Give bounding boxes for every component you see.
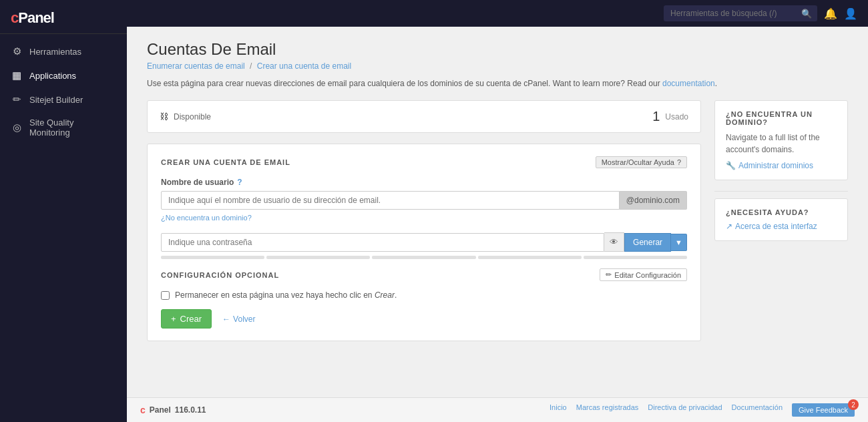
sidebar-item-label: Herramientas	[29, 47, 81, 57]
footer-inicio-link[interactable]: Inicio	[550, 403, 567, 417]
create-button[interactable]: + Crear	[161, 309, 212, 329]
username-label: Nombre de usuario ?	[161, 178, 687, 187]
sidebar-item-quality[interactable]: ◎ Site Quality Monitoring	[0, 112, 127, 144]
admin-domains-link[interactable]: 🔧 Administrar dominios	[726, 161, 837, 170]
feedback-label: Give Feedback	[799, 406, 848, 414]
topbar: 🔍 🔔 👤	[127, 0, 868, 27]
side-divider	[714, 191, 848, 192]
stay-checkbox[interactable]	[161, 291, 170, 300]
generate-dropdown-button[interactable]: ▼	[671, 234, 687, 251]
no-domain-text: Navigate to a full list of the account's…	[726, 132, 837, 156]
search-input[interactable]	[664, 5, 817, 21]
edit-config-button[interactable]: ✏ Editar Configuración	[600, 268, 687, 281]
stats-bar: ⛓ Disponible 1 Usado	[147, 100, 701, 133]
strength-seg-2	[266, 256, 370, 259]
search-wrap: 🔍	[664, 5, 817, 21]
notification-button[interactable]: 🔔	[824, 7, 837, 20]
sidebar-item-sitejet[interactable]: ✏ Sitejet Builder	[0, 87, 127, 112]
footer-marcas-link[interactable]: Marcas registradas	[576, 403, 639, 417]
cpanel-logo-text: cPanel	[11, 9, 116, 27]
strength-seg-1	[161, 256, 264, 259]
page-title: Cuentas De Email	[147, 40, 848, 59]
password-toggle-button[interactable]: 👁	[604, 232, 624, 252]
plus-icon: +	[171, 314, 176, 324]
sidebar-item-label: Sitejet Builder	[29, 95, 83, 105]
optional-section: Configuración opcional ✏ Editar Configur…	[161, 268, 687, 281]
wrench-icon: 🔧	[726, 161, 736, 170]
give-feedback-button[interactable]: Give Feedback 2	[792, 403, 855, 417]
optional-header: Configuración opcional ✏ Editar Configur…	[161, 268, 687, 281]
monitor-icon: ◎	[11, 122, 23, 134]
username-help-icon[interactable]: ?	[237, 178, 242, 187]
sidebar-nav: ⚙ Herramientas ▦ Applications ✏ Sitejet …	[0, 34, 127, 422]
strength-seg-5	[584, 256, 687, 259]
stats-used-label: Usado	[665, 112, 688, 122]
sidebar-item-label: Applications	[29, 71, 76, 81]
footer-logo: cPanel 116.0.11	[140, 405, 206, 415]
main-content: Cuentas De Email Enumerar cuentas de ema…	[127, 27, 868, 422]
footer: cPanel 116.0.11 Inicio Marcas registrada…	[127, 397, 868, 422]
username-field-row: @dominio.com	[161, 191, 687, 210]
username-input[interactable]	[161, 191, 620, 210]
checkbox-row: Permanecer en esta página una vez haya h…	[161, 290, 687, 300]
generate-button[interactable]: Generar	[624, 233, 671, 252]
footer-version: 116.0.11	[175, 405, 206, 415]
domain-select[interactable]: @dominio.com	[620, 191, 687, 210]
question-icon: ?	[677, 158, 681, 166]
action-row: + Crear ← Volver	[161, 309, 687, 329]
search-icon: 🔍	[801, 9, 812, 19]
back-link[interactable]: ← Volver	[222, 314, 255, 324]
sidebar-item-herramientas[interactable]: ⚙ Herramientas	[0, 39, 127, 63]
eye-icon: 👁	[610, 237, 618, 247]
apps-icon: ▦	[11, 69, 23, 81]
toggle-help-button[interactable]: Mostrar/Ocultar Ayuda ?	[596, 156, 687, 168]
no-domain-link[interactable]: ¿No encuentra un dominio?	[161, 214, 252, 222]
strength-bar	[161, 256, 687, 259]
help-interface-link[interactable]: ↗ Acerca de esta interfaz	[726, 222, 837, 231]
password-input[interactable]	[161, 233, 604, 252]
sidebar-item-label: Site Quality Monitoring	[29, 118, 116, 138]
chain-icon: ⛓	[160, 112, 168, 122]
breadcrumb: Enumerar cuentas de email / Crear una cu…	[147, 61, 848, 71]
help-card-title: ¿NECESITA AYUDA?	[726, 208, 837, 216]
pencil-icon: ✏	[606, 270, 612, 279]
stats-available: ⛓ Disponible	[160, 112, 211, 122]
sidebar: cPanel ⚙ Herramientas ▦ Applications ✏ S…	[0, 0, 127, 422]
no-domain-card-title: ¿NO ENCUENTRA UN DOMINIO?	[726, 110, 837, 126]
footer-documentacion-link[interactable]: Documentación	[732, 403, 783, 417]
strength-seg-3	[372, 256, 475, 259]
sidebar-logo: cPanel	[0, 0, 127, 34]
sidebar-item-applications[interactable]: ▦ Applications	[0, 63, 127, 87]
breadcrumb-link-create[interactable]: Crear una cuenta de email	[257, 61, 351, 71]
feedback-badge: 2	[848, 399, 859, 410]
checkbox-label: Permanecer en esta página una vez haya h…	[175, 290, 397, 300]
breadcrumb-link-list[interactable]: Enumerar cuentas de email	[147, 61, 245, 71]
gear-icon: ⚙	[11, 45, 23, 57]
help-card: ¿NECESITA AYUDA? ↗ Acerca de esta interf…	[714, 198, 848, 241]
documentation-link[interactable]: documentation	[662, 79, 715, 88]
external-icon: ↗	[726, 222, 732, 231]
stats-count: 1	[652, 109, 660, 124]
content-columns: ⛓ Disponible 1 Usado CREAR UNA CUENTA DE…	[147, 100, 848, 352]
create-form-card: CREAR UNA CUENTA DE EMAIL Mostrar/Oculta…	[147, 144, 701, 341]
side-panel: ¿NO ENCUENTRA UN DOMINIO? Navigate to a …	[714, 100, 848, 241]
password-field-row: 👁 Generar ▼	[161, 232, 687, 252]
edit-icon: ✏	[11, 93, 23, 106]
info-text: Use esta página para crear nuevas direcc…	[147, 79, 848, 88]
main-panel: ⛓ Disponible 1 Usado CREAR UNA CUENTA DE…	[147, 100, 701, 352]
no-domain-card: ¿NO ENCUENTRA UN DOMINIO? Navigate to a …	[714, 100, 848, 180]
footer-links: Inicio Marcas registradas Directiva de p…	[550, 403, 855, 417]
strength-seg-4	[478, 256, 582, 259]
user-button[interactable]: 👤	[844, 7, 857, 20]
arrow-left-icon: ←	[222, 314, 230, 324]
footer-privacidad-link[interactable]: Directiva de privacidad	[648, 403, 722, 417]
form-card-title: CREAR UNA CUENTA DE EMAIL Mostrar/Oculta…	[161, 156, 687, 168]
